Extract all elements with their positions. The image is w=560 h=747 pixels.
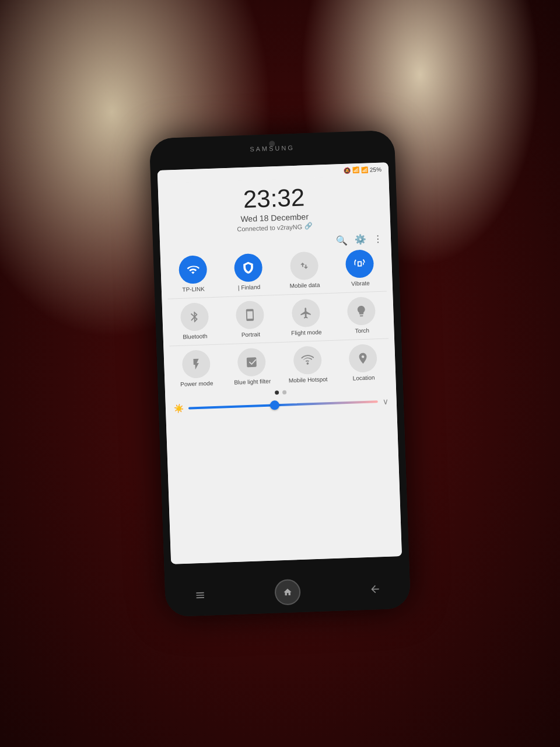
- brightness-expand-icon[interactable]: ∨: [382, 397, 388, 406]
- vpn-icon-circle: [234, 253, 263, 282]
- tile-flight-mode[interactable]: Flight mode: [279, 298, 333, 337]
- date-display: Wed 18 December: [236, 212, 312, 224]
- torch-label: Torch: [355, 327, 369, 335]
- home-button[interactable]: [274, 579, 301, 606]
- clock-time: 23:32: [236, 185, 312, 212]
- bottom-nav: [176, 574, 399, 610]
- hotspot-icon-circle: [293, 346, 322, 375]
- recent-apps-button[interactable]: [188, 583, 212, 607]
- settings-button[interactable]: ⚙️: [355, 234, 367, 246]
- tile-wifi[interactable]: TP-LINK: [166, 255, 220, 294]
- phone-screen: 🔕 📶 📶 25% 23:32 Wed 18 December Connecte…: [158, 162, 402, 564]
- hotspot-label: Mobile Hotspot: [289, 376, 328, 384]
- phone-device: SAMSUNG 🔕 📶 📶 25% 23:32 Wed 1: [149, 130, 411, 617]
- power-mode-label: Power mode: [180, 380, 214, 388]
- blue-light-label: Blue light filter: [234, 378, 271, 386]
- notification-panel: 23:32 Wed 18 December Connected to v2ray…: [158, 175, 402, 564]
- wifi-label: TP-LINK: [182, 285, 205, 293]
- slider-thumb[interactable]: [270, 400, 279, 410]
- phone-body: SAMSUNG 🔕 📶 📶 25% 23:32 Wed 1: [149, 130, 411, 617]
- location-label: Location: [353, 374, 375, 382]
- tile-portrait[interactable]: Portrait: [223, 300, 277, 339]
- bluelight-icon-circle: [237, 348, 267, 377]
- recent-apps-icon: [194, 589, 206, 602]
- back-icon: [369, 583, 382, 595]
- wifi-icon: [186, 263, 200, 277]
- dot-2: [282, 390, 286, 395]
- tile-mobile-data[interactable]: Mobile data: [278, 251, 331, 290]
- tile-blue-light[interactable]: Blue light filter: [225, 347, 279, 386]
- search-button[interactable]: 🔍: [336, 235, 348, 246]
- time-display: 23:32 Wed 18 December Connected to v2ray…: [236, 185, 313, 232]
- tile-power-mode[interactable]: Power mode: [170, 349, 223, 388]
- bluetooth-icon-circle: [180, 302, 209, 331]
- tile-hotspot[interactable]: Mobile Hotspot: [281, 345, 334, 385]
- tile-location[interactable]: Location: [337, 343, 390, 382]
- power-icon-circle: [181, 350, 211, 379]
- location-icon-circle: [349, 344, 378, 373]
- hotspot-icon: [301, 354, 314, 367]
- wifi-icon-circle: [178, 255, 208, 284]
- vibrate-icon: [353, 257, 366, 271]
- portrait-icon: [243, 308, 257, 322]
- portrait-icon-circle: [236, 301, 265, 330]
- vpn-label: | Finland: [238, 284, 261, 291]
- tile-vpn[interactable]: | Finland: [222, 253, 275, 292]
- quick-tiles-row3: Power mode Blue light filter: [169, 341, 390, 390]
- flight-mode-label: Flight mode: [291, 329, 322, 337]
- flight-icon: [299, 306, 313, 320]
- location-icon: [356, 352, 370, 365]
- vpn-icon: [242, 261, 256, 274]
- battery-text: 25%: [370, 166, 382, 173]
- torch-icon-circle: [347, 296, 376, 326]
- slider-track[interactable]: [188, 400, 378, 409]
- tile-bluetooth[interactable]: Bluetooth: [168, 302, 222, 341]
- quick-tiles-row1: TP-LINK | Finland: [166, 247, 387, 296]
- tile-vibrate[interactable]: Vibrate: [333, 249, 387, 288]
- mute-icon: 🔕: [344, 167, 351, 173]
- signal-icon: 📶: [361, 166, 368, 173]
- mobile-data-icon: [298, 259, 311, 273]
- brightness-slider[interactable]: ☀️ ∨: [172, 394, 391, 416]
- quick-tiles-row2: Bluetooth Portrait: [168, 294, 388, 344]
- wifi-status-icon: 📶: [352, 167, 359, 173]
- power-icon: [190, 358, 203, 371]
- vibrate-icon-circle: [345, 249, 374, 278]
- brightness-icon: ☀️: [174, 404, 184, 414]
- back-button[interactable]: [363, 577, 387, 601]
- torch-icon: [355, 305, 368, 318]
- tile-torch[interactable]: Torch: [335, 296, 388, 336]
- samsung-logo: SAMSUNG: [250, 144, 295, 153]
- flight-icon-circle: [291, 299, 320, 328]
- bluelight-icon: [245, 355, 258, 369]
- home-icon: [283, 587, 293, 597]
- mobile-data-icon-circle: [290, 252, 319, 281]
- more-button[interactable]: ⋮: [373, 233, 383, 245]
- portrait-label: Portrait: [242, 331, 261, 338]
- pagination-dots: [275, 390, 286, 395]
- dot-1: [275, 390, 279, 395]
- vibrate-label: Vibrate: [351, 280, 370, 288]
- vpn-link-icon: 🔗: [304, 222, 313, 230]
- bluetooth-label: Bluetooth: [183, 333, 208, 340]
- status-icons: 🔕 📶 📶 25%: [344, 166, 382, 173]
- mobile-data-label: Mobile data: [289, 282, 320, 290]
- bluetooth-icon: [188, 310, 201, 324]
